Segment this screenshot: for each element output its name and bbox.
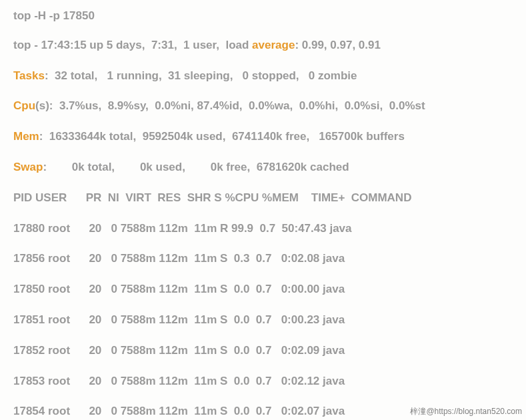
table-row: 17856 root 20 0 7588m 112m 11m S 0.3 0.7… xyxy=(13,251,513,267)
swap-label: Swap xyxy=(13,161,43,173)
table-row: 17880 root 20 0 7588m 112m 11m R 99.9 0.… xyxy=(13,221,513,237)
table-row: 17850 root 20 0 7588m 112m 11m S 0.0 0.7… xyxy=(13,281,513,297)
uptime-prefix: top - 17:43:15 up 5 days, 7:31, 1 user, … xyxy=(13,39,252,51)
table-row: 17853 root 20 0 7588m 112m 11m S 0.0 0.7… xyxy=(13,373,513,389)
command-line: top -H -p 17850 xyxy=(13,8,513,24)
cpu-values: (s): 3.7%us, 8.9%sy, 0.0%ni, 87.4%id, 0.… xyxy=(35,99,425,112)
mem-line: Mem: 16333644k total, 9592504k used, 674… xyxy=(13,129,513,145)
table-row: 17851 root 20 0 7588m 112m 11m S 0.0 0.7… xyxy=(13,312,513,328)
uptime-line: top - 17:43:15 up 5 days, 7:31, 1 user, … xyxy=(13,37,513,53)
column-header: PID USER PR NI VIRT RES SHR S %CPU %MEM … xyxy=(13,190,513,206)
terminal-output: top -H -p 17850 top - 17:43:15 up 5 days… xyxy=(0,0,526,419)
load-values: : 0.99, 0.97, 0.91 xyxy=(295,39,381,51)
tasks-label: Tasks xyxy=(13,69,45,82)
average-label: average xyxy=(252,39,295,51)
cpu-line: Cpu(s): 3.7%us, 8.9%sy, 0.0%ni, 87.4%id,… xyxy=(13,98,513,114)
mem-label: Mem xyxy=(13,130,39,143)
tasks-values: : 32 total, 1 running, 31 sleeping, 0 st… xyxy=(45,69,357,82)
swap-line: Swap: 0k total, 0k used, 0k free, 678162… xyxy=(13,159,513,175)
watermark-text: 梓潼@https://blog.ntan520.com xyxy=(410,406,522,417)
cpu-label: Cpu xyxy=(13,99,35,112)
mem-values: : 16333644k total, 9592504k used, 674114… xyxy=(39,130,405,143)
table-row: 17852 root 20 0 7588m 112m 11m S 0.0 0.7… xyxy=(13,343,513,359)
swap-values: : 0k total, 0k used, 0k free, 6781620k c… xyxy=(43,161,349,173)
tasks-line: Tasks: 32 total, 1 running, 31 sleeping,… xyxy=(13,68,513,84)
